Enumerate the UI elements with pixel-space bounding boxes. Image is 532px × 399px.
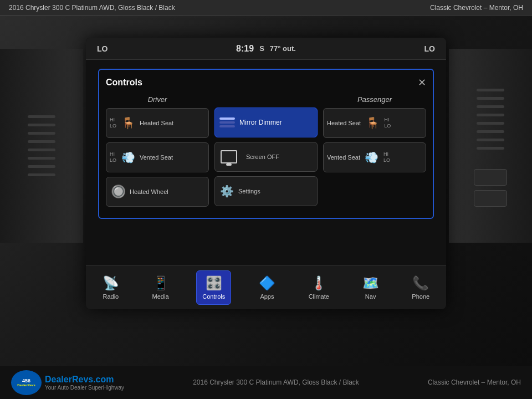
close-button[interactable]: ✕	[418, 76, 426, 89]
vented-seat-driver-icon: 💨	[120, 151, 136, 164]
nav-phone[interactable]: 📞 Phone	[406, 271, 435, 304]
media-icon: 📱	[152, 275, 169, 291]
dealerrevs-logo: 456 DealerRevs DealerRevs.com Your Auto …	[11, 370, 124, 395]
heated-wheel-label: Heated Wheel	[130, 188, 168, 196]
driver-column: Driver HI LO 🪑 Heated Seat	[106, 95, 209, 211]
dimmer-stripe-1	[219, 117, 235, 120]
passenger-vented-lo: LO	[383, 157, 390, 163]
apps-label: Apps	[260, 293, 274, 300]
dimmer-stripes-icon	[219, 117, 235, 127]
mirror-dimmer-label: Mirror Dimmer	[239, 119, 282, 126]
logo-main-text: DealerRevs.com	[45, 375, 124, 385]
climate-icon: 🌡️	[310, 275, 327, 291]
screen-nav-bar: 📡 Radio 📱 Media 🎛️ Controls 🔷 Apps 🌡️ Cl…	[86, 265, 446, 309]
radio-label: Radio	[103, 293, 119, 300]
driver-heated-seat-hi: HI	[110, 117, 116, 123]
header-dealer: Classic Chevrolet – Mentor, OH	[430, 4, 523, 12]
screen-off-button[interactable]: Screen OFF	[214, 142, 318, 172]
driver-vented-lo: LO	[110, 157, 116, 163]
footer-car-info: 2016 Chrysler 300 C Platinum AWD, Gloss …	[193, 378, 359, 386]
passenger-heated-seat-label: Heated Seat	[327, 119, 361, 127]
screen-off-label: Screen OFF	[246, 154, 279, 160]
controls-grid: Driver HI LO 🪑 Heated Seat	[106, 95, 426, 211]
nav-apps[interactable]: 🔷 Apps	[253, 271, 281, 304]
vented-seat-passenger-icon: 💨	[364, 151, 380, 164]
passenger-heated-lo: LO	[384, 123, 391, 129]
temp-display: 77° out.	[270, 44, 296, 53]
driver-vented-seat-button[interactable]: HI LO 💨 Vented Seat	[106, 142, 209, 172]
climate-label: Climate	[309, 293, 329, 300]
driver-vented-hi: HI	[110, 151, 116, 157]
phone-label: Phone	[412, 293, 429, 300]
screen-status-bar: LO 8:19 S 77° out. LO	[86, 38, 446, 60]
passenger-vented-hi-lo: HI LO	[383, 151, 390, 163]
driver-heated-seat-lo: LO	[110, 123, 116, 129]
logo-badge: 456 DealerRevs	[11, 370, 42, 395]
right-temp-lo: LO	[424, 44, 435, 53]
media-label: Media	[152, 293, 169, 300]
left-vent	[0, 49, 83, 243]
footer-dealer: Classic Chevrolet – Mentor, OH	[428, 378, 521, 386]
passenger-label: Passenger	[323, 95, 426, 104]
controls-title: Controls	[106, 78, 142, 88]
screen-off-icon	[221, 150, 237, 163]
dimmer-stripe-3	[219, 125, 235, 127]
driver-vented-seat-label: Vented Seat	[140, 154, 173, 161]
heated-wheel-icon: 🔘	[110, 185, 126, 199]
nav-nav[interactable]: 🗺️ Nav	[357, 271, 385, 304]
controls-box: Controls ✕ Driver HI LO	[98, 69, 434, 219]
direction-display: S	[259, 44, 264, 53]
car-interior: LO 8:19 S 77° out. LO Controls ✕	[0, 16, 532, 366]
radio-icon: 📡	[103, 275, 119, 291]
nav-label-text: Nav	[365, 293, 376, 300]
passenger-heated-hi: HI	[384, 117, 391, 123]
settings-label: Settings	[238, 188, 260, 195]
heated-seat-passenger-icon: 🪑	[364, 116, 381, 130]
driver-heated-seat-button[interactable]: HI LO 🪑 Heated Seat	[106, 108, 209, 138]
controls-header: Controls ✕	[106, 76, 426, 89]
controls-nav-label: Controls	[202, 293, 225, 300]
center-column: Mirror Dimmer Screen OFF	[214, 95, 318, 211]
settings-icon: ⚙️	[218, 185, 235, 198]
passenger-vented-seat-button[interactable]: Vented Seat 💨 HI LO	[323, 142, 426, 172]
nav-radio[interactable]: 📡 Radio	[97, 271, 125, 304]
settings-button[interactable]: ⚙️ Settings	[214, 176, 318, 206]
heated-seat-driver-icon: 🪑	[120, 116, 136, 130]
phone-icon: 📞	[412, 275, 429, 291]
heated-wheel-button[interactable]: 🔘 Heated Wheel	[106, 177, 209, 207]
infotainment-screen: LO 8:19 S 77° out. LO Controls ✕	[86, 38, 446, 309]
passenger-vented-seat-label: Vented Seat	[327, 154, 360, 161]
logo-text: DealerRevs.com Your Auto Dealer SuperHig…	[45, 375, 124, 391]
passenger-heated-hi-lo: HI LO	[384, 117, 391, 129]
driver-label: Driver	[106, 95, 209, 104]
status-center: 8:19 S 77° out.	[236, 44, 296, 54]
mirror-dimmer-button[interactable]: Mirror Dimmer	[214, 108, 318, 137]
nav-controls[interactable]: 🎛️ Controls	[196, 270, 231, 305]
driver-vented-hi-lo: HI LO	[110, 151, 116, 163]
bottom-bar: 456 DealerRevs DealerRevs.com Your Auto …	[0, 366, 532, 399]
nav-map-icon: 🗺️	[362, 275, 379, 291]
passenger-heated-seat-button[interactable]: Heated Seat 🪑 HI LO	[323, 108, 426, 138]
dimmer-stripe-2	[219, 121, 235, 124]
right-vent	[449, 49, 532, 243]
driver-heated-seat-hi-lo: HI LO	[110, 117, 116, 129]
nav-climate[interactable]: 🌡️ Climate	[303, 271, 335, 304]
screen-main-area: Controls ✕ Driver HI LO	[86, 60, 446, 265]
logo-sub-text: Your Auto Dealer SuperHighway	[45, 385, 124, 391]
driver-heated-seat-label: Heated Seat	[140, 119, 173, 127]
time-display: 8:19	[236, 44, 254, 54]
passenger-vented-hi: HI	[383, 151, 390, 157]
left-temp-lo: LO	[97, 44, 108, 53]
top-bar: 2016 Chrysler 300 C Platinum AWD, Gloss …	[0, 0, 532, 16]
header-title: 2016 Chrysler 300 C Platinum AWD, Gloss …	[9, 4, 175, 12]
nav-media[interactable]: 📱 Media	[147, 271, 175, 304]
passenger-column: Passenger Heated Seat 🪑 HI LO	[323, 95, 426, 211]
controls-icon: 🎛️	[206, 275, 222, 291]
apps-icon: 🔷	[259, 275, 275, 291]
